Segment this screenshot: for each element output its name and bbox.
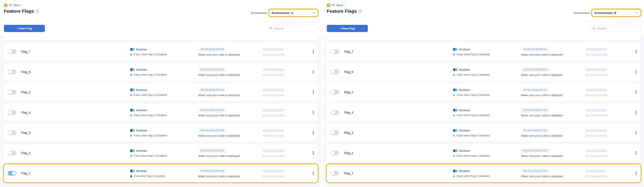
- flag-row[interactable]: Flag_7 Boolean False when flag is Disabl…: [327, 43, 640, 60]
- evaluations-column: NO EVALUATIONS: [586, 108, 635, 117]
- flag-name[interactable]: Flag_5: [344, 90, 453, 94]
- kebab-menu-button[interactable]: [635, 49, 638, 54]
- default-rule-dot-icon: [453, 54, 455, 56]
- flag-name[interactable]: Flag_3: [344, 131, 453, 134]
- search-input[interactable]: [274, 27, 315, 30]
- new-flag-button[interactable]: + New Flag: [327, 25, 368, 32]
- flag-toggle[interactable]: [330, 49, 339, 54]
- kebab-menu-button[interactable]: [312, 69, 314, 74]
- flag-toggle[interactable]: [8, 90, 16, 94]
- default-rule-dot-icon: [453, 74, 455, 76]
- flag-name[interactable]: Flag_4: [21, 111, 130, 114]
- flag-name[interactable]: Flag_1: [344, 172, 453, 175]
- flag-row[interactable]: Flag_2 Boolean False when flag is Disabl…: [327, 144, 640, 162]
- flag-row[interactable]: Flag_6 Boolean False when flag is Disabl…: [327, 63, 640, 81]
- flag-toggle[interactable]: [8, 130, 16, 135]
- default-rule-text: False when flag is Disabled: [134, 94, 167, 96]
- flag-name[interactable]: Flag_6: [21, 70, 130, 74]
- flag-name[interactable]: Flag_6: [344, 70, 453, 74]
- info-icon[interactable]: i: [36, 10, 39, 13]
- evaluations-label: NO EVALUATIONS: [586, 175, 635, 178]
- flag-name[interactable]: Flag_7: [21, 50, 130, 54]
- boolean-type-icon: [130, 170, 135, 172]
- breadcrumb-project-link[interactable]: FF_Docs: [332, 4, 343, 7]
- kebab-menu-button[interactable]: [312, 130, 314, 135]
- environment-select[interactable]: Environment_B: [592, 10, 640, 16]
- kebab-menu-button[interactable]: [635, 130, 638, 135]
- flag-toggle[interactable]: [330, 90, 339, 94]
- kebab-menu-button[interactable]: [312, 171, 314, 176]
- info-icon[interactable]: i: [359, 10, 362, 13]
- flag-type-column: Boolean False when flag is Disabled: [453, 88, 521, 97]
- kebab-menu-button[interactable]: [635, 150, 638, 156]
- search-box[interactable]: [267, 25, 318, 32]
- status-hint: Make sure your code is deployed: [521, 154, 586, 158]
- flag-name[interactable]: Flag_7: [344, 50, 453, 54]
- search-box[interactable]: [590, 25, 640, 32]
- toggle-knob: [8, 70, 12, 74]
- flag-row[interactable]: Flag_1 Boolean True when flag is Enabled…: [4, 164, 318, 182]
- flag-name[interactable]: Flag_5: [21, 90, 130, 94]
- status-hint: Make sure your code is deployed: [521, 53, 586, 56]
- flag-row[interactable]: Flag_2 Boolean False when flag is Disabl…: [4, 144, 318, 162]
- toolbar: + New Flag: [323, 22, 644, 35]
- kebab-menu-button[interactable]: [635, 171, 638, 176]
- kebab-menu-button[interactable]: [312, 110, 314, 115]
- default-rule-text: False when flag is Disabled: [456, 94, 490, 96]
- status-badge: NEVER-REQUESTED: [198, 108, 227, 112]
- status-hint: Make sure your code is deployed: [198, 154, 263, 158]
- flag-name[interactable]: Flag_3: [21, 131, 130, 134]
- flag-toggle[interactable]: [330, 130, 339, 135]
- kebab-menu-button[interactable]: [635, 69, 638, 74]
- flag-status-column: NEVER-REQUESTED Make sure your code is d…: [521, 128, 586, 137]
- toggle-knob: [8, 151, 12, 155]
- kebab-menu-button[interactable]: [312, 49, 314, 54]
- flag-row[interactable]: Flag_3 Boolean False when flag is Disabl…: [327, 124, 640, 142]
- flag-name[interactable]: Flag_2: [344, 151, 453, 155]
- kebab-menu-button[interactable]: [312, 150, 314, 156]
- flag-status-column: NEVER-REQUESTED Make sure your code is d…: [521, 108, 586, 117]
- flag-type-column: Boolean False when flag is Disabled: [130, 67, 198, 76]
- default-rule-dot-icon: [130, 74, 132, 76]
- environment-select[interactable]: Environment_A: [269, 10, 318, 16]
- flag-toggle[interactable]: [330, 70, 339, 74]
- evaluations-bar: [586, 170, 607, 172]
- flag-row[interactable]: Flag_3 Boolean False when flag is Disabl…: [4, 124, 318, 142]
- flag-type-label: Boolean: [136, 48, 147, 51]
- flag-row[interactable]: Flag_4 Boolean False when flag is Disabl…: [4, 104, 318, 122]
- flag-name[interactable]: Flag_2: [21, 151, 130, 155]
- evaluations-column: NO EVALUATIONS: [263, 169, 312, 178]
- flag-row[interactable]: Flag_6 Boolean False when flag is Disabl…: [4, 63, 318, 81]
- flag-row[interactable]: Flag_1 Boolean False when flag is Disabl…: [327, 164, 640, 182]
- flag-name[interactable]: Flag_1: [21, 172, 130, 175]
- kebab-menu-button[interactable]: [635, 90, 638, 95]
- new-flag-button[interactable]: + New Flag: [4, 25, 45, 32]
- flag-toggle[interactable]: [8, 150, 16, 156]
- default-rule-text: False when flag is Disabled: [134, 114, 167, 117]
- flag-row[interactable]: Flag_7 Boolean False when flag is Disabl…: [4, 43, 318, 60]
- flag-toggle[interactable]: [330, 110, 339, 115]
- breadcrumb-project-link[interactable]: FF_Docs: [9, 4, 20, 7]
- flag-row[interactable]: Flag_5 Boolean False when flag is Disabl…: [4, 83, 318, 101]
- evaluations-column: NO EVALUATIONS: [263, 128, 312, 137]
- flag-list: Flag_7 Boolean False when flag is Disabl…: [0, 35, 321, 187]
- evaluations-label: NO EVALUATIONS: [586, 155, 635, 157]
- evaluations-label: NO EVALUATIONS: [586, 114, 635, 117]
- flag-toggle[interactable]: [8, 110, 16, 115]
- flag-toggle[interactable]: [330, 171, 339, 176]
- evaluations-column: NO EVALUATIONS: [586, 128, 635, 137]
- flag-toggle[interactable]: [8, 49, 16, 54]
- flag-row[interactable]: Flag_5 Boolean False when flag is Disabl…: [327, 83, 640, 101]
- flag-toggle[interactable]: [8, 70, 16, 74]
- flag-row[interactable]: Flag_4 Boolean False when flag is Disabl…: [327, 104, 640, 122]
- search-input[interactable]: [597, 27, 638, 30]
- kebab-menu-button[interactable]: [312, 90, 314, 95]
- flag-toggle[interactable]: [330, 150, 339, 156]
- flag-toggle[interactable]: [8, 171, 16, 176]
- default-rule-text: False when flag is Disabled: [456, 114, 490, 117]
- flag-name[interactable]: Flag_4: [344, 111, 453, 114]
- default-rule-dot-icon: [453, 94, 455, 96]
- kebab-menu-button[interactable]: [635, 110, 638, 115]
- default-rule-text: False when flag is Disabled: [134, 134, 167, 137]
- breadcrumb: ⚑ FF_Docs ›: [4, 4, 39, 7]
